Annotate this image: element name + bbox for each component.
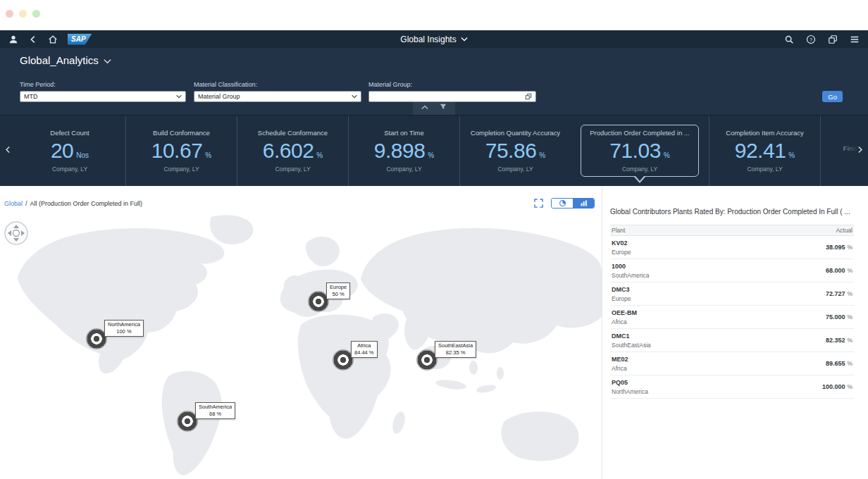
- chevron-down-icon: [104, 54, 111, 66]
- sap-logo[interactable]: SAP: [68, 34, 92, 45]
- actual-value: 38.095: [826, 244, 845, 251]
- table-row[interactable]: 1000 SouthAmerica 68.000%: [610, 259, 854, 282]
- kpi-value-row: 20 Nos: [51, 139, 89, 163]
- page-title-selector[interactable]: Global_Analytics: [20, 54, 111, 66]
- plant-cell: PQ05 NorthAmerica: [612, 379, 648, 395]
- kpi-title: Build Conformance: [153, 129, 210, 137]
- plant-region: Europe: [612, 295, 631, 302]
- home-icon[interactable]: [48, 35, 58, 44]
- kpi-value-row: 71.03 %: [609, 139, 669, 163]
- world-map[interactable]: NorthAmerica 100 % Europe 50 %: [0, 211, 602, 479]
- help-icon[interactable]: ?: [806, 35, 816, 44]
- table-row[interactable]: DMC1 SouthEastAsia 82.352%: [610, 329, 854, 352]
- kpi-value-row: 10.67 %: [151, 139, 211, 163]
- actual-value: 75.000: [826, 313, 845, 321]
- breadcrumb-root-link[interactable]: Global: [4, 200, 23, 207]
- filter-icon[interactable]: [440, 100, 447, 113]
- expand-icon[interactable]: [534, 199, 543, 208]
- kpi-tile[interactable]: Schedule Conformance 6.602 % Company, LY: [237, 116, 348, 186]
- app-title: Global Insights: [400, 35, 456, 44]
- chevron-up-icon[interactable]: [421, 100, 428, 113]
- breadcrumb: Global / All (Production Order Completed…: [4, 200, 142, 207]
- actual-unit: %: [847, 244, 852, 251]
- marker-value: 50 %: [330, 291, 347, 298]
- kpi-value-row: 75.86 %: [485, 139, 545, 163]
- kpi-unit: Nos: [76, 151, 89, 159]
- kpi-value: 71.03: [609, 139, 661, 163]
- kpi-title: Schedule Conformance: [258, 129, 328, 137]
- map-navigation-control[interactable]: [1, 218, 31, 248]
- app-window: Global Insights SAP ?: [0, 0, 868, 479]
- kpi-tile[interactable]: Completion Quantity Accuracy 75.86 % Com…: [459, 116, 571, 186]
- kpi-unit: %: [428, 151, 434, 159]
- kpi-unit: %: [788, 151, 795, 159]
- plant-region: SouthAmerica: [612, 272, 649, 279]
- kpi-tile[interactable]: Defect Count 20 Nos Company, LY: [14, 116, 125, 186]
- kpi-tile[interactable]: Completion Item Accuracy 92.41 % Company…: [709, 116, 820, 186]
- app-title-area[interactable]: Global Insights: [0, 30, 868, 48]
- kpi-tile[interactable]: Production Order Completed in ... 71.03 …: [581, 125, 699, 177]
- actual-unit: %: [847, 360, 852, 367]
- plant-code: OEE-BM: [612, 309, 637, 316]
- marker-value: 82.35 %: [438, 349, 473, 356]
- actual-cell: 82.352%: [826, 337, 852, 344]
- filter-label: Material Group:: [368, 81, 536, 89]
- plant-region: Europe: [612, 249, 631, 256]
- carousel-prev-icon[interactable]: [4, 144, 13, 157]
- page-title: Global_Analytics: [20, 54, 99, 66]
- kpi-value: 10.67: [151, 139, 203, 163]
- kpi-tile[interactable]: Start on Time 9.898 % Company, LY: [348, 116, 459, 186]
- svg-text:?: ?: [810, 36, 812, 42]
- table-row[interactable]: ME02 Africa 89.655%: [610, 352, 854, 375]
- plant-code: ME02: [612, 356, 628, 363]
- marker-region: Africa: [354, 342, 374, 349]
- content-area: Global / All (Production Order Completed…: [0, 186, 868, 479]
- kpi-footer: Company, LY: [386, 166, 421, 173]
- window-zoom-button[interactable]: [32, 10, 40, 18]
- browser-chrome: [0, 0, 868, 30]
- search-icon[interactable]: [784, 35, 794, 44]
- kpi-title: Start on Time: [384, 129, 424, 137]
- actual-value: 82.352: [826, 337, 845, 344]
- filter-header: Global_Analytics Time Period: MTD Materi…: [0, 48, 868, 116]
- chevron-down-icon: [176, 94, 182, 99]
- kpi-footer: Company, LY: [747, 166, 782, 173]
- kpi-tile[interactable]: Build Conformance 10.67 % Company, LY: [125, 116, 237, 186]
- kpi-unit: %: [539, 151, 545, 159]
- table-row[interactable]: DMC3 Europe 72.727%: [610, 282, 854, 306]
- plant-code: PQ05: [612, 379, 648, 386]
- value-help-icon[interactable]: [525, 93, 532, 100]
- kpi-value: 75.86: [485, 139, 537, 163]
- kpi-title: Completion Item Accuracy: [726, 129, 803, 137]
- contributors-table: Plant Actual KV02 Europe 38.095%: [610, 225, 854, 399]
- kpi-title: Defect Count: [50, 129, 89, 137]
- map-marker-label: Africa 84.44 %: [351, 341, 378, 358]
- map-panel: Global / All (Production Order Completed…: [0, 186, 602, 479]
- pie-chart-toggle-icon[interactable]: [552, 199, 573, 208]
- go-button[interactable]: Go: [822, 91, 843, 102]
- window-minimize-button[interactable]: [19, 10, 27, 18]
- copy-icon[interactable]: [828, 35, 838, 44]
- actual-cell: 100.000%: [822, 383, 852, 390]
- window-close-button[interactable]: [6, 10, 13, 18]
- menu-icon[interactable]: [850, 35, 860, 44]
- bar-chart-toggle-icon[interactable]: [573, 199, 594, 208]
- filter-material-classification: Material Classification: Material Group: [194, 81, 361, 102]
- table-row[interactable]: OEE-BM Africa 75.000%: [610, 306, 854, 329]
- user-profile-icon[interactable]: [8, 35, 18, 44]
- material-classification-select[interactable]: Material Group: [194, 91, 361, 102]
- kpi-value: 92.41: [735, 139, 786, 163]
- back-icon[interactable]: [28, 35, 38, 44]
- time-period-select[interactable]: MTD: [20, 91, 186, 102]
- map-marker-label: SouthAmerica 68 %: [195, 402, 235, 419]
- chevron-down-icon: [461, 37, 468, 42]
- material-classification-value: Material Group: [198, 93, 240, 100]
- actual-unit: %: [847, 383, 852, 390]
- table-row[interactable]: PQ05 NorthAmerica 100.000%: [610, 375, 854, 399]
- plant-region: NorthAmerica: [612, 388, 648, 395]
- actual-unit: %: [847, 313, 852, 321]
- table-row[interactable]: KV02 Europe 38.095%: [610, 236, 854, 259]
- carousel-next-icon[interactable]: [855, 144, 864, 157]
- kpi-value: 20: [51, 139, 73, 163]
- filter-time-period: Time Period: MTD: [20, 81, 186, 102]
